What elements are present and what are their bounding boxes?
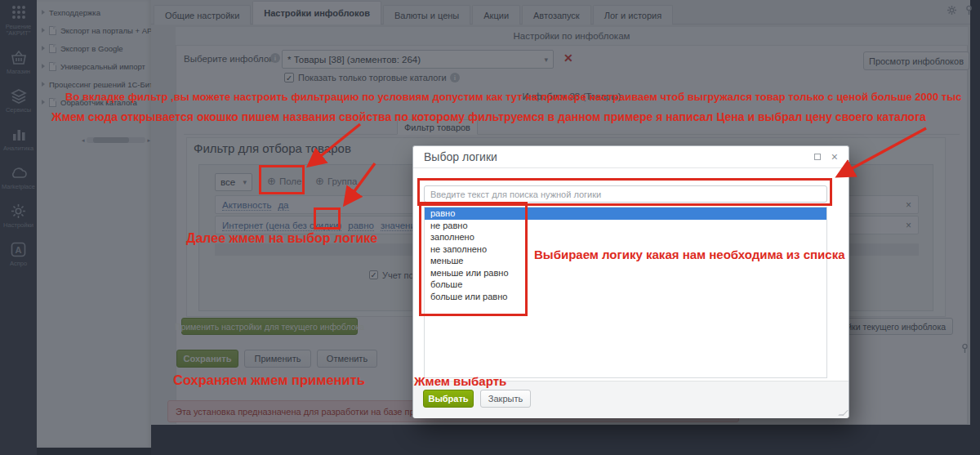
dialog-header: Выбор логики ×	[413, 146, 849, 168]
annotation-save-note: Сохраняем жмем применить	[173, 372, 365, 388]
maximize-icon[interactable]	[814, 154, 821, 160]
annotation-box-options	[419, 202, 528, 316]
annotation-box-ravno	[314, 207, 341, 230]
button-label: Выбрать	[428, 394, 468, 404]
resize-handle-icon[interactable]	[838, 410, 849, 415]
choose-button[interactable]: Выбрать	[423, 390, 474, 408]
button-label: Закрыть	[488, 394, 523, 404]
annotation-pick-logic: Выбираем логику какая нам необходима из …	[534, 248, 845, 261]
annotation-choose-logic: Далее жмем на выбор логике	[186, 231, 377, 246]
close-button[interactable]: Закрыть	[480, 390, 531, 408]
close-icon[interactable]: ×	[831, 151, 838, 163]
annotation-line2: Жмем сюда открывается окошко пишем назва…	[51, 110, 926, 123]
annotation-press-choose: Жмем выбарть	[414, 374, 506, 388]
dialog-title: Выбор логики	[424, 150, 497, 163]
annotation-line1: Во вкладке фильтр ,вы можете настроить ф…	[65, 91, 962, 103]
annotation-box-add-field	[259, 165, 305, 194]
